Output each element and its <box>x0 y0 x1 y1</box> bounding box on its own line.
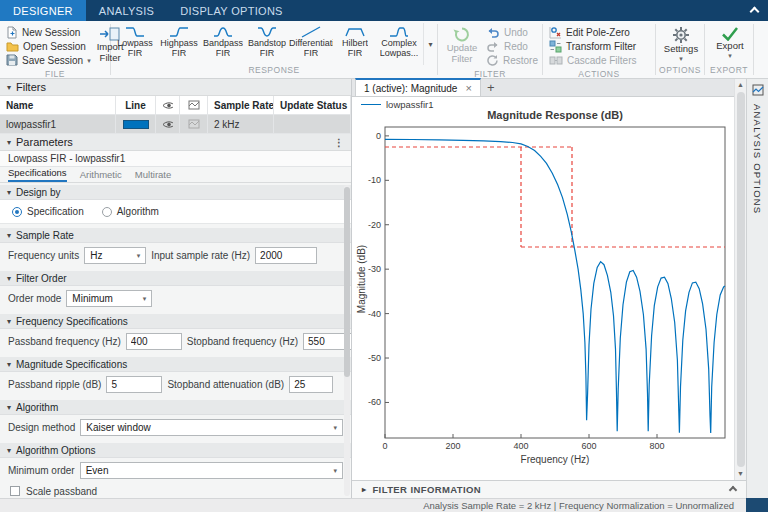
section-design-by[interactable]: ▾ Design by <box>0 185 351 200</box>
transform-filter-icon <box>549 40 562 53</box>
passband-ripple-field[interactable] <box>106 376 162 393</box>
cascade-filters-button[interactable]: Cascade Filters <box>549 53 636 67</box>
order-mode-select[interactable]: Minimum▾ <box>66 290 152 307</box>
scroll-down-icon[interactable]: ▼ <box>735 468 746 480</box>
tab-display-options[interactable]: DISPLAY OPTIONS <box>167 0 296 21</box>
expand-triangle-icon[interactable]: ▸ <box>362 485 366 494</box>
filters-panel-title: Filters <box>16 81 46 93</box>
input-sample-rate-field[interactable] <box>255 247 317 264</box>
update-filter-button[interactable]: Update Filter <box>444 24 480 69</box>
magnitude-response-figure: 02004006008000-10-20-30-40-50-60 lowpass… <box>352 97 734 480</box>
passband-frequency-field[interactable] <box>126 333 182 350</box>
panel-menu-icon[interactable]: ⋮ <box>334 137 344 148</box>
expand-panel-icon[interactable] <box>729 485 737 493</box>
redo-button[interactable]: Redo <box>486 39 538 53</box>
response-lowpass-fir-button[interactable]: LowpassFIR <box>113 23 157 65</box>
column-mask[interactable] <box>180 96 208 115</box>
section-sample-rate[interactable]: ▾ Sample Rate <box>0 228 351 243</box>
minimum-order-row: Minimum order Even▾ <box>0 458 351 482</box>
section-magnitude-specifications[interactable]: ▾ Magnitude Specifications <box>0 357 351 372</box>
transform-filter-button[interactable]: Transform Filter <box>549 39 636 53</box>
filters-panel-header[interactable]: ▾ Filters <box>0 79 351 96</box>
complex-lowpass-response-icon <box>389 25 409 39</box>
highpass-response-icon <box>169 25 189 39</box>
minimum-order-select[interactable]: Even▾ <box>80 462 343 479</box>
scale-passband-checkbox[interactable] <box>10 486 20 496</box>
new-session-button[interactable]: New Session <box>6 25 91 39</box>
undo-button[interactable]: Undo <box>486 25 538 39</box>
restore-button[interactable]: Restore <box>486 53 538 67</box>
settings-button[interactable]: Settings ▾ <box>662 24 700 65</box>
parameters-panel-header[interactable]: ▾ Parameters ⋮ <box>0 134 351 151</box>
design-method-select[interactable]: Kaiser window▾ <box>80 419 343 436</box>
svg-text:-10: -10 <box>368 175 381 185</box>
column-sample-rate[interactable]: Sample Rate <box>208 96 274 115</box>
document-scrollbar[interactable]: ▲ ▼ <box>734 79 746 480</box>
edit-pole-zero-button[interactable]: Edit Pole-Zero <box>549 25 636 39</box>
status-bar: Analysis Sample Rate = 2 kHz | Frequency… <box>0 498 768 512</box>
specification-radio[interactable] <box>12 207 22 217</box>
filter-information-bar[interactable]: ▸ FILTER INFORMATION <box>352 480 746 498</box>
tab-multirate[interactable]: Multirate <box>135 169 171 182</box>
response-bandstop-fir-button[interactable]: BandstopFIR <box>245 23 289 65</box>
response-differentiator-fir-button[interactable]: DifferentiatiFIR <box>289 23 333 65</box>
open-session-button[interactable]: Open Session <box>6 39 91 53</box>
close-tab-icon[interactable]: × <box>465 83 471 94</box>
export-dropdown-icon[interactable]: ▾ <box>728 52 732 59</box>
collapse-triangle-icon: ▾ <box>7 360 11 369</box>
section-filter-order[interactable]: ▾ Filter Order <box>0 271 351 286</box>
analysis-options-strip[interactable]: ANALYSIS OPTIONS <box>746 79 768 498</box>
stopband-attenuation-field[interactable] <box>289 376 333 393</box>
save-session-dropdown-icon[interactable]: ▾ <box>87 57 91 64</box>
analysis-options-label: ANALYSIS OPTIONS <box>752 104 763 214</box>
column-visibility[interactable] <box>156 96 180 115</box>
tab-arithmetic[interactable]: Arithmetic <box>80 169 122 182</box>
specification-radio-option[interactable]: Specification <box>12 206 84 217</box>
gallery-expand-button[interactable]: ▾ <box>423 23 437 65</box>
magnitude-document-tab[interactable]: 1 (active): Magnitude × <box>355 78 481 96</box>
add-document-button[interactable]: + <box>481 80 501 95</box>
scale-passband-row[interactable]: Scale passband <box>0 482 351 498</box>
hilbert-response-icon <box>345 25 365 39</box>
column-line[interactable]: Line <box>116 96 156 115</box>
column-update-status[interactable]: Update Status <box>274 96 351 115</box>
frequency-units-select[interactable]: Hz▾ <box>84 247 146 264</box>
scroll-up-icon[interactable]: ▲ <box>735 79 746 91</box>
chevron-down-icon: ▾ <box>333 424 337 431</box>
response-highpass-fir-button[interactable]: HighpassFIR <box>157 23 201 65</box>
response-bandpass-fir-button[interactable]: BandpassFIR <box>201 23 245 65</box>
filter-mask-cell[interactable] <box>180 115 208 134</box>
collapse-ribbon-icon[interactable] <box>750 7 760 17</box>
filter-update-status-cell <box>274 115 351 134</box>
section-algorithm-options[interactable]: ▾ Algorithm Options <box>0 443 351 458</box>
ribbon-divider <box>753 24 754 75</box>
algorithm-radio-option[interactable]: Algorithm <box>102 206 159 217</box>
bandpass-response-icon <box>213 25 233 39</box>
filter-visibility-cell[interactable] <box>156 115 180 134</box>
save-session-button[interactable]: Save Session ▾ <box>6 53 91 67</box>
tab-analysis[interactable]: ANALYSIS <box>86 0 167 21</box>
filter-table-row[interactable]: lowpassfir1 2 kHz <box>0 115 351 134</box>
filter-line-cell[interactable] <box>116 115 156 134</box>
algorithm-radio[interactable] <box>102 207 112 217</box>
response-hilbert-fir-button[interactable]: HilbertFIR <box>333 23 377 65</box>
tab-specifications[interactable]: Specifications <box>8 167 67 182</box>
scrollbar-thumb[interactable] <box>737 92 745 467</box>
settings-dropdown-icon[interactable]: ▾ <box>679 55 683 62</box>
bandstop-response-icon <box>257 25 277 39</box>
filter-line-swatch[interactable] <box>123 120 149 129</box>
export-button[interactable]: Export ▾ <box>711 24 749 65</box>
file-section-label: FILE <box>0 69 110 79</box>
tab-designer[interactable]: DESIGNER <box>0 0 86 21</box>
section-algorithm[interactable]: ▾ Algorithm <box>0 400 351 415</box>
scrollbar-thumb[interactable] <box>344 187 350 377</box>
filter-name-cell[interactable]: lowpassfir1 <box>0 115 116 134</box>
left-panel: ▾ Filters Name Line Sample Rate Update S… <box>0 79 352 498</box>
parameters-scrollbar[interactable] <box>344 185 350 496</box>
redo-icon <box>486 41 500 52</box>
svg-text:-30: -30 <box>368 264 381 274</box>
response-complex-lowpass-button[interactable]: ComplexLowpas... <box>377 23 421 65</box>
input-sample-rate-label: Input sample rate (Hz) <box>151 250 250 261</box>
section-frequency-specifications[interactable]: ▾ Frequency Specifications <box>0 314 351 329</box>
column-name[interactable]: Name <box>0 96 116 115</box>
